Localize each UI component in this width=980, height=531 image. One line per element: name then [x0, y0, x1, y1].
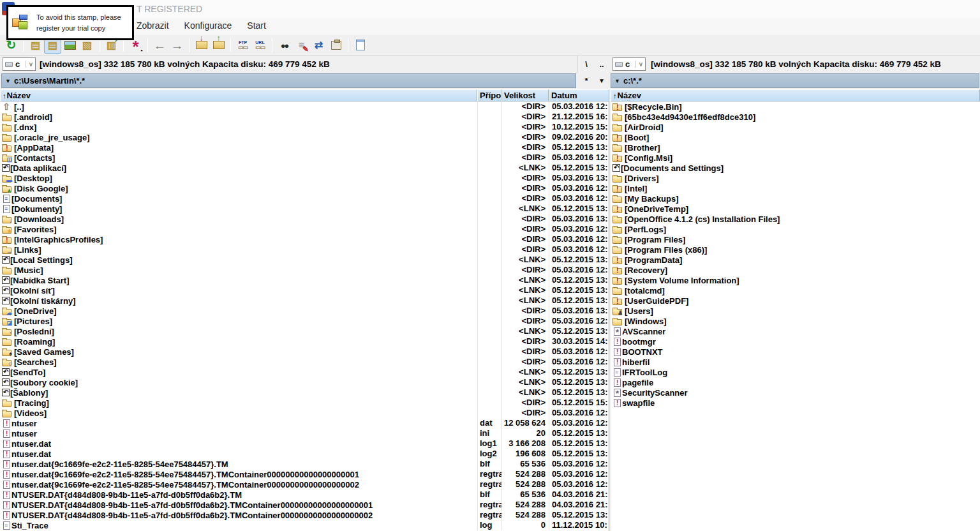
file-row[interactable]: [Searches]<DIR>05.03.2016 12: [0, 357, 609, 367]
right-drive-selector[interactable]: c ∨ [612, 57, 646, 71]
ftp-connect-button[interactable]: FTP [234, 37, 251, 54]
file-row[interactable]: [Okolní síť]<LNK>05.12.2015 13: [0, 285, 609, 295]
file-row[interactable]: bootmgr [611, 336, 980, 347]
left-drive-selector[interactable]: c ∨ [3, 57, 36, 71]
file-row[interactable]: [PerfLogs] [611, 224, 980, 234]
file-row[interactable]: SecurityScanner [611, 387, 980, 398]
file-row[interactable]: [Program Files] [611, 234, 980, 244]
file-row[interactable]: ntuser.dat{9c1669fe-e2c2-11e5-8285-54ee7… [0, 479, 609, 490]
file-row[interactable]: [Windows] [611, 316, 980, 326]
file-row[interactable]: [IntelGraphicsProfiles]<DIR>05.03.2016 1… [0, 234, 609, 244]
file-size: <LNK> [501, 295, 549, 306]
file-row[interactable]: [Nabídka Start]<LNK>05.12.2015 13: [0, 275, 609, 285]
file-row[interactable]: [Drivers] [611, 173, 980, 183]
file-row[interactable]: [Šablony]<LNK>05.12.2015 13: [0, 387, 609, 398]
file-row[interactable]: ntuser.dat{9c1669fe-e2c2-11e5-8285-54ee7… [0, 469, 609, 479]
file-row[interactable]: [Config.Msi] [611, 153, 980, 163]
file-row[interactable]: ntuser.datlog2196 60805.12.2015 13: [0, 449, 609, 459]
file-row[interactable]: [Soubory cookie]<LNK>05.12.2015 13: [0, 377, 609, 387]
file-row[interactable]: [Contacts]<DIR>05.03.2016 12: [0, 153, 609, 163]
file-row[interactable]: [Program Files (x86)] [611, 244, 980, 255]
file-row[interactable]: AVScanner [611, 326, 980, 336]
unpack-button[interactable] [210, 37, 227, 54]
left-path-bar[interactable]: ▼ c:\Users\Martin\*.* [1, 73, 576, 88]
file-row[interactable]: [Downloads]<DIR>05.03.2016 13: [0, 214, 609, 224]
file-row[interactable]: [Documents]<DIR>05.03.2016 12: [0, 193, 609, 204]
file-row[interactable]: [Roaming]<DIR>30.03.2015 14: [0, 336, 609, 347]
file-row[interactable]: [Dokumenty]<LNK>05.12.2015 13: [0, 204, 609, 214]
file-row[interactable]: [Saved Games]<DIR>05.03.2016 12: [0, 347, 609, 357]
file-row[interactable]: [.dnx]<DIR>10.12.2015 15: [0, 122, 609, 132]
multi-rename-button[interactable] [293, 37, 310, 54]
file-row[interactable]: [Users] [611, 306, 980, 316]
file-row[interactable]: hiberfil [611, 357, 980, 367]
file-row[interactable]: [totalcmd] [611, 285, 980, 295]
back-button[interactable] [151, 37, 168, 54]
root-dir-button[interactable]: \ [579, 57, 593, 71]
pack-button[interactable] [193, 37, 210, 54]
file-row[interactable]: [.oracle_jre_usage]<DIR>09.02.2016 20: [0, 132, 609, 142]
left-header-date[interactable]: Datum [549, 89, 609, 101]
right-path-bar[interactable]: ▼ c:\*.* [611, 73, 979, 88]
file-row[interactable]: ntuser.dat{9c1669fe-e2c2-11e5-8285-54ee7… [0, 459, 609, 469]
file-row[interactable]: [Boot] [611, 132, 980, 142]
file-row[interactable]: [Videos]<DIR>05.03.2016 12: [0, 408, 609, 418]
file-row[interactable]: [OpenOffice 4.1.2 (cs) Installation File… [611, 214, 980, 224]
file-row[interactable]: [ProgramData] [611, 255, 980, 265]
left-header-name[interactable]: ↑ Název [0, 89, 477, 101]
file-row[interactable]: [Poslední]<LNK>05.12.2015 13: [0, 326, 609, 336]
file-row[interactable]: ntuserdat12 058 62405.03.2016 12: [0, 418, 609, 428]
menu-item-start[interactable]: Start [247, 20, 266, 31]
file-row[interactable]: ntuserini2005.12.2015 13: [0, 428, 609, 438]
copy-clipboard-button[interactable] [327, 37, 345, 54]
file-row[interactable]: NTUSER.DAT{d484d808-9b4b-11e5-a7fd-d0b5f… [0, 500, 609, 510]
file-row[interactable]: [Pictures]<DIR>05.03.2016 12: [0, 316, 609, 326]
history-button[interactable]: ▼ [595, 74, 609, 87]
file-row[interactable]: [$Recycle.Bin] [611, 101, 980, 112]
file-row[interactable]: NTUSER.DAT{d484d808-9b4b-11e5-a7fd-d0b5f… [0, 490, 609, 500]
menu-item-konfigurace[interactable]: Konfigurace [184, 20, 232, 31]
sync-dirs-button[interactable] [310, 37, 327, 54]
file-row[interactable]: [Okolní tiskárny]<LNK>05.12.2015 13: [0, 295, 609, 306]
file-row[interactable]: [Tracing]<DIR>05.12.2015 15: [0, 398, 609, 408]
left-header-ext[interactable]: Přípo [477, 89, 501, 101]
file-row[interactable]: [Brother] [611, 142, 980, 153]
file-row[interactable]: [Documents and Settings] [611, 163, 980, 173]
menu-item-zobrazit[interactable]: Zobrazit [137, 20, 169, 31]
file-row[interactable]: [Local Settings]<LNK>05.12.2015 13: [0, 255, 609, 265]
file-row[interactable]: [Links]<DIR>05.03.2016 12: [0, 244, 609, 255]
file-row[interactable]: [65bc43e4d9430e1ff6edf8dce310] [611, 112, 980, 122]
file-row[interactable]: [System Volume Information] [611, 275, 980, 285]
file-row[interactable]: [My Backups] [611, 193, 980, 204]
file-row[interactable]: [Data aplikací]<LNK>05.12.2015 13: [0, 163, 609, 173]
file-row[interactable]: [OneDriveTemp] [611, 204, 980, 214]
file-row[interactable]: ntuser.datlog13 166 20805.12.2015 13: [0, 438, 609, 449]
url-connect-button[interactable]: URL [251, 37, 269, 54]
file-row[interactable]: [.android]<DIR>21.12.2015 16: [0, 112, 609, 122]
right-header-name[interactable]: ↑ Název [611, 89, 980, 101]
wildcard-button[interactable]: * [579, 74, 593, 87]
file-row[interactable]: [OneDrive]<DIR>05.03.2016 13: [0, 306, 609, 316]
file-row[interactable]: [UserGuidePDF] [611, 295, 980, 306]
file-row[interactable]: [SendTo]<LNK>05.12.2015 13: [0, 367, 609, 377]
file-row[interactable]: [AppData]<DIR>05.12.2015 13: [0, 142, 609, 153]
file-row[interactable]: pagefile [611, 377, 980, 387]
file-row[interactable]: NTUSER.DAT{d484d808-9b4b-11e5-a7fd-d0b5f… [0, 510, 609, 520]
file-row[interactable]: [Music]<DIR>05.03.2016 12: [0, 265, 609, 275]
file-row[interactable]: [..]<DIR>05.03.2016 12: [0, 101, 609, 112]
forward-button[interactable] [168, 37, 186, 54]
notepad-button[interactable] [352, 37, 369, 54]
left-header-size[interactable]: Velikost [501, 89, 549, 101]
file-row[interactable]: swapfile [611, 398, 980, 408]
file-row[interactable]: [Favorites]<DIR>05.03.2016 12: [0, 224, 609, 234]
file-row[interactable]: Sti_Tracelog011.12.2015 10: [0, 520, 609, 530]
file-row[interactable]: [Desktop]<DIR>05.03.2016 13: [0, 173, 609, 183]
file-row[interactable]: IFRToolLog [611, 367, 980, 377]
file-row[interactable]: BOOTNXT [611, 347, 980, 357]
parent-dir-button[interactable]: .. [595, 57, 609, 71]
find-files-button[interactable] [276, 37, 293, 54]
file-row[interactable]: [AirDroid] [611, 122, 980, 132]
file-row[interactable]: [Recovery] [611, 265, 980, 275]
file-row[interactable]: [Disk Google]<DIR>05.03.2016 12: [0, 183, 609, 193]
file-row[interactable]: [Intel] [611, 183, 980, 193]
